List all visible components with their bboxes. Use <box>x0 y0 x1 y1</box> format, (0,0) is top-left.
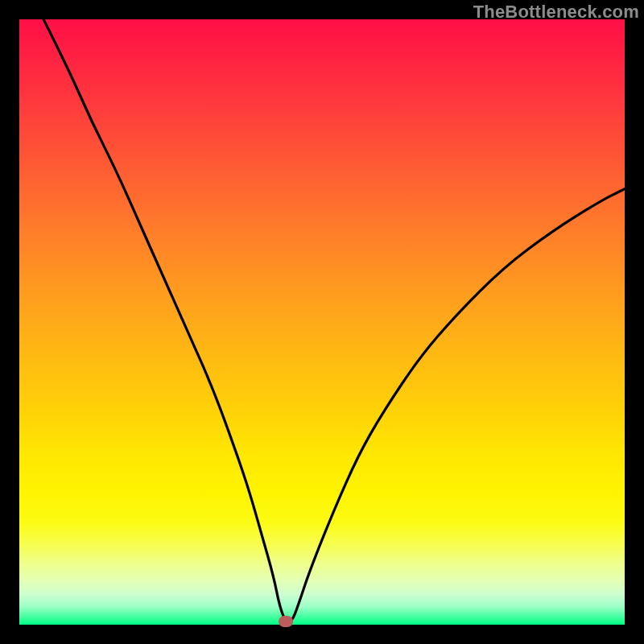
bottleneck-curve <box>19 19 625 625</box>
plot-area <box>19 19 625 625</box>
chart-frame: TheBottleneck.com <box>0 0 644 644</box>
bottleneck-marker <box>279 616 293 627</box>
